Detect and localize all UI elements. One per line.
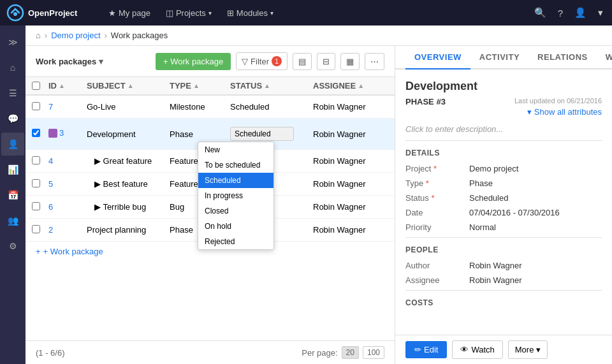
- detail-field-project: Project Demo project: [405, 164, 602, 173]
- nav-modules[interactable]: ⊞ Modules ▾: [221, 6, 280, 20]
- per-page-20[interactable]: 20: [342, 346, 359, 359]
- watch-button[interactable]: 👁 Watch: [452, 340, 502, 359]
- row-check-4[interactable]: [26, 156, 48, 166]
- app-logo[interactable]: OpenProject: [6, 4, 89, 22]
- breadcrumb-home[interactable]: ⌂: [36, 31, 41, 40]
- row-subject-4: ▶ Great feature: [87, 156, 170, 166]
- status-option-new[interactable]: New: [198, 142, 273, 157]
- row-subject-7: Go-Live: [87, 102, 170, 112]
- sort-status-icon: ▲: [264, 82, 270, 89]
- edit-icon: ✏: [414, 345, 421, 354]
- status-dropdown-3[interactable]: Scheduled: [230, 127, 313, 141]
- breadcrumb-project[interactable]: Demo project: [51, 31, 100, 40]
- row-id-7[interactable]: 7: [48, 102, 87, 112]
- sidebar-item-collapse[interactable]: ≫: [1, 31, 24, 54]
- row-id-2[interactable]: 2: [48, 225, 87, 235]
- list-icon: ▤: [298, 57, 306, 66]
- right-panel: OVERVIEW ACTIVITY RELATIONS WATCHERS: [395, 46, 612, 364]
- row-assignee-7: Robin Wagner: [313, 102, 386, 112]
- detail-field-priority: Priority Normal: [405, 222, 602, 232]
- row-check-7[interactable]: [26, 102, 48, 112]
- show-all-attributes-button[interactable]: ▾ Show all attributes: [527, 107, 602, 117]
- tab-overview[interactable]: OVERVIEW: [405, 46, 470, 69]
- row-check-2[interactable]: [26, 225, 48, 235]
- app-layout: ≫ ⌂ ☰ 💬 👤 📊 📅 👥 ⚙ ⌂ › Demo project › Wor…: [0, 25, 612, 364]
- status-select-3[interactable]: Scheduled: [230, 127, 294, 141]
- row-id-4[interactable]: 4: [48, 156, 87, 166]
- th-check[interactable]: [26, 82, 48, 90]
- view-board-button[interactable]: ▦: [340, 53, 360, 70]
- row-check-6[interactable]: [26, 202, 48, 212]
- per-page-100[interactable]: 100: [363, 346, 384, 359]
- sidebar-item-home[interactable]: ⌂: [1, 56, 24, 79]
- status-option-in-progress[interactable]: In progress: [198, 188, 273, 203]
- status-option-on-hold[interactable]: On hold: [198, 219, 273, 234]
- view-list-button[interactable]: ▤: [293, 53, 312, 70]
- status-option-scheduled[interactable]: Scheduled: [198, 173, 273, 188]
- detail-tabs: OVERVIEW ACTIVITY RELATIONS WATCHERS: [395, 46, 612, 69]
- more-button[interactable]: ⋯: [365, 53, 384, 70]
- th-type[interactable]: TYPE ▲: [170, 81, 230, 91]
- table-header: ID ▲ SUBJECT ▲ TYPE ▲ STATUS: [26, 77, 395, 96]
- select-all-checkbox[interactable]: [32, 82, 40, 90]
- th-status[interactable]: STATUS ▲: [230, 81, 313, 91]
- help-icon[interactable]: ?: [555, 5, 565, 21]
- row-assignee-5: Robin Wagner: [313, 179, 386, 189]
- sidebar-item-chat[interactable]: 💬: [1, 107, 24, 130]
- row-status-3[interactable]: Scheduled: [230, 127, 313, 141]
- user-icon[interactable]: 👤: [572, 4, 589, 21]
- row-assignee-6: Robin Wagner: [313, 202, 386, 212]
- row-type-7: Milestone: [170, 102, 230, 112]
- filter-button[interactable]: ▽ Filter 1: [236, 52, 288, 70]
- main-area: ⌂ › Demo project › Work packages Work pa…: [26, 25, 612, 364]
- detail-phase: PHASE #3: [405, 97, 446, 106]
- detail-description[interactable]: Click to enter description...: [405, 124, 602, 134]
- sidebar-item-workpackages[interactable]: 👤: [1, 133, 24, 156]
- sidebar-item-users[interactable]: 👥: [1, 209, 24, 232]
- more-actions-button[interactable]: More ▾: [508, 340, 548, 359]
- row-check-5[interactable]: [26, 179, 48, 189]
- th-subject[interactable]: SUBJECT ▲: [87, 81, 170, 91]
- search-icon[interactable]: 🔍: [532, 4, 549, 21]
- row-id-6[interactable]: 6: [48, 202, 87, 212]
- row-id-5[interactable]: 5: [48, 179, 87, 189]
- tab-relations[interactable]: RELATIONS: [528, 46, 597, 69]
- row-subject-3: Development: [87, 129, 170, 139]
- user-chevron-icon[interactable]: ▾: [595, 4, 606, 21]
- sidebar-item-calendar[interactable]: 📅: [1, 184, 24, 207]
- breadcrumb-sep-1: ›: [45, 31, 47, 40]
- detail-actions: ✏ Edit 👁 Watch More ▾: [395, 335, 612, 364]
- status-option-closed[interactable]: Closed: [198, 203, 273, 219]
- nav-projects[interactable]: ◫ Projects ▾: [159, 6, 218, 20]
- detail-label-project: Project: [405, 164, 469, 173]
- sort-id-icon: ▲: [59, 82, 65, 89]
- row-check-3[interactable]: [26, 129, 48, 139]
- th-id[interactable]: ID ▲: [48, 81, 87, 91]
- tab-activity[interactable]: ACTIVITY: [470, 46, 528, 69]
- sidebar-item-menu[interactable]: ☰: [1, 82, 24, 105]
- row-assignee-2: Robin Wagner: [313, 225, 386, 235]
- nav-items: ★ My page ◫ Projects ▾ ⊞ Modules ▾: [102, 6, 519, 20]
- chevron-down-icon: ▾: [527, 107, 532, 117]
- title-chevron-icon[interactable]: ▾: [99, 57, 103, 66]
- th-assignee[interactable]: ASSIGNEE ▲: [313, 81, 386, 91]
- detail-value-status: Scheduled: [469, 193, 508, 203]
- nav-my-page[interactable]: ★ My page: [102, 6, 157, 20]
- work-packages-table: ID ▲ SUBJECT ▲ TYPE ▲ STATUS: [26, 77, 395, 340]
- left-panel: Work packages ▾ + Work package ▽ Filter …: [26, 46, 395, 364]
- add-icon: +: [36, 247, 41, 256]
- tab-watchers[interactable]: WATCHERS: [597, 46, 612, 69]
- add-work-package-button[interactable]: + Work package: [156, 53, 231, 70]
- detail-value-author: Robin Wagner: [469, 261, 522, 270]
- status-option-to-be-scheduled[interactable]: To be scheduled: [198, 157, 273, 173]
- sidebar-item-chart[interactable]: 📊: [1, 158, 24, 181]
- row-id-3[interactable]: 3: [48, 128, 87, 140]
- detail-field-date: Date 07/04/2016 - 07/30/2016: [405, 208, 602, 217]
- view-split-button[interactable]: ⊟: [317, 53, 335, 70]
- more-icon: ⋯: [370, 57, 379, 66]
- detail-meta-right: Last updated on 06/21/2016 ▾ Show all at…: [514, 97, 602, 117]
- status-option-rejected[interactable]: Rejected: [198, 234, 273, 249]
- sidebar-item-settings[interactable]: ⚙: [1, 235, 24, 258]
- table-row: 3 Development Phase Scheduled: [26, 119, 395, 150]
- edit-button[interactable]: ✏ Edit: [405, 341, 447, 358]
